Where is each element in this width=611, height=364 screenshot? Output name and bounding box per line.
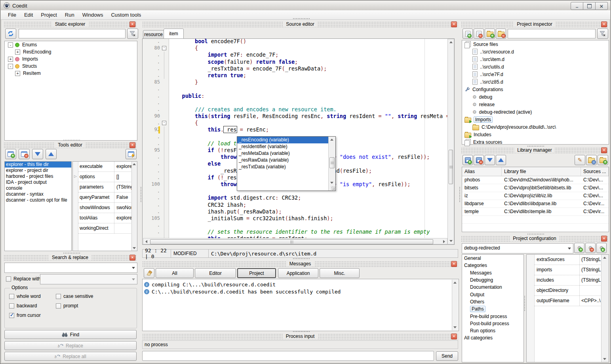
- fold-column[interactable]: [161, 86, 168, 92]
- static-explorer-filter-input[interactable]: [19, 29, 126, 38]
- prompt-checkbox[interactable]: [56, 303, 61, 309]
- from-cursor-option[interactable]: from cursor: [9, 313, 41, 318]
- splitter-grip[interactable]: [63, 252, 80, 254]
- execute-tool-button[interactable]: [126, 149, 137, 159]
- code-line[interactable]: .: [143, 222, 447, 229]
- property-row[interactable]: outputFilename<CPP>..\: [534, 296, 601, 306]
- tree-item-source-files[interactable]: Source files: [462, 40, 609, 48]
- dropdown-button[interactable]: [130, 275, 137, 284]
- project-inspector-filter-button[interactable]: [597, 29, 608, 39]
- prompt-option[interactable]: prompt: [56, 303, 78, 309]
- scrollbar-thumb[interactable]: [150, 239, 433, 244]
- process-input-close-button[interactable]: [451, 334, 457, 339]
- code-line[interactable]: 105 _initialSum = crc322uint(ihash.finis…: [143, 215, 447, 222]
- fold-column[interactable]: [161, 147, 168, 154]
- code-line[interactable]: 90 this(string resFile, ResEncoding resE…: [143, 113, 447, 120]
- splitter-grip[interactable]: [293, 18, 310, 20]
- add-source-button[interactable]: [463, 29, 473, 39]
- fold-column[interactable]: [161, 133, 168, 140]
- close-button[interactable]: [596, 2, 608, 10]
- add-folder-button[interactable]: [485, 29, 495, 39]
- property-row[interactable]: options[]: [78, 172, 132, 182]
- property-row[interactable]: objectDirectory: [534, 286, 601, 296]
- fold-marker-icon[interactable]: -: [162, 121, 166, 125]
- case-sensitive-option[interactable]: case sensitive: [56, 293, 93, 299]
- autocomplete-item[interactable]: _resTxtData (variable): [237, 164, 335, 170]
- remove-folder-button[interactable]: [496, 29, 506, 39]
- code-line[interactable]: . public:: [143, 93, 447, 99]
- scroll-up-icon[interactable]: [448, 39, 454, 45]
- tab-resource[interactable]: resource: [143, 30, 164, 39]
- property-value[interactable]: [580, 286, 601, 295]
- tree-item-import-path[interactable]: C:\Dev\dproj\resource.d\build\..\src\: [462, 123, 609, 131]
- maximize-button[interactable]: [583, 2, 596, 10]
- static-explorer-filter-button[interactable]: [127, 29, 138, 39]
- expand-icon[interactable]: +: [15, 71, 20, 76]
- scroll-up-icon[interactable]: [452, 280, 458, 286]
- tree-item-extra-sources[interactable]: Extra sources: [462, 138, 609, 146]
- fold-column[interactable]: [161, 194, 168, 201]
- menu-run[interactable]: Run: [61, 10, 78, 19]
- category-categories[interactable]: Categories: [462, 262, 523, 269]
- remove-source-button[interactable]: [474, 29, 484, 39]
- tool-list-item[interactable]: console: [5, 185, 71, 191]
- collapse-icon[interactable]: -: [8, 64, 13, 69]
- project-inspector-close-button[interactable]: [601, 21, 607, 27]
- fold-column[interactable]: [161, 113, 168, 120]
- category-all-categories[interactable]: All categories: [462, 334, 523, 341]
- property-row[interactable]: extraSources(TStringL: [534, 255, 601, 265]
- fold-column[interactable]: [161, 93, 168, 99]
- messages-close-button[interactable]: [451, 261, 457, 267]
- property-row[interactable]: queryParametFalse: [78, 192, 132, 203]
- category-general[interactable]: General: [462, 255, 523, 262]
- column-splitter-grip[interactable]: [140, 187, 142, 202]
- splitter-grip[interactable]: [524, 295, 526, 311]
- fold-column[interactable]: [161, 154, 168, 160]
- column-splitter-grip[interactable]: [459, 187, 461, 202]
- fold-column[interactable]: [161, 140, 168, 147]
- tree-item-file[interactable]: ..\src\e7F.d: [462, 71, 609, 78]
- tree-item-resitem[interactable]: + ResItem: [5, 70, 137, 77]
- code-line[interactable]: .: [143, 86, 447, 92]
- scroll-down-icon[interactable]: [601, 356, 607, 362]
- property-row[interactable]: workingDirect: [78, 223, 132, 234]
- property-value[interactable]: swoNone: [114, 203, 132, 213]
- replace-with-option[interactable]: Replace with: [6, 276, 41, 282]
- clear-messages-button[interactable]: [144, 268, 154, 278]
- fold-column[interactable]: [161, 126, 168, 133]
- tool-list-item[interactable]: IDA - project output: [5, 179, 71, 185]
- tree-item-file[interactable]: ..\src\resource.d: [462, 48, 609, 55]
- fold-column[interactable]: [161, 215, 168, 222]
- tree-item-structs[interactable]: - Structs: [5, 63, 137, 70]
- fold-column[interactable]: [161, 79, 168, 86]
- add-library-button[interactable]: [463, 155, 473, 165]
- fold-column[interactable]: [161, 99, 168, 106]
- scroll-up-icon[interactable]: [601, 255, 607, 261]
- code-line[interactable]: 92 this._res = resEnc;: [143, 126, 447, 133]
- category-documentation[interactable]: Documentation: [462, 284, 523, 291]
- fold-column[interactable]: [161, 168, 168, 174]
- move-tool-up-button[interactable]: [46, 149, 57, 159]
- fold-column[interactable]: [161, 38, 168, 45]
- message-row[interactable]: compiling C:\...\build\resource.d.coedit: [143, 281, 459, 288]
- library-row[interactable]: libdparseC:\Dev\dlibs\libdparse.libC:\De…: [462, 200, 609, 208]
- scroll-up-icon[interactable]: [329, 137, 335, 143]
- code-line[interactable]: .: [143, 99, 447, 106]
- category-others[interactable]: Others: [462, 298, 523, 305]
- property-value[interactable]: []: [114, 172, 132, 182]
- tree-item-config-active[interactable]: debug-redirected (active): [462, 108, 609, 116]
- tree-item-config[interactable]: release: [462, 101, 609, 108]
- category-run-options[interactable]: Run options: [462, 327, 523, 334]
- tree-item-file[interactable]: ..\src\z85.d: [462, 78, 609, 86]
- property-row[interactable]: showWindowsswoNone: [78, 203, 132, 213]
- move-tool-down-button[interactable]: [32, 149, 43, 159]
- fold-column[interactable]: [161, 174, 168, 181]
- code-line[interactable]: . return true;: [143, 72, 447, 79]
- menu-custom-tools[interactable]: Custom tools: [107, 10, 145, 19]
- expand-icon[interactable]: +: [8, 57, 13, 62]
- search-term-combobox[interactable]: [4, 263, 137, 273]
- tree-item-imports[interactable]: + Imports: [5, 55, 137, 63]
- property-value[interactable]: (TStringL: [114, 182, 132, 192]
- tree-item-includes[interactable]: Includes: [462, 131, 609, 138]
- code-line[interactable]: . _resTxtData = encode_7F(_resRawData);: [143, 65, 447, 72]
